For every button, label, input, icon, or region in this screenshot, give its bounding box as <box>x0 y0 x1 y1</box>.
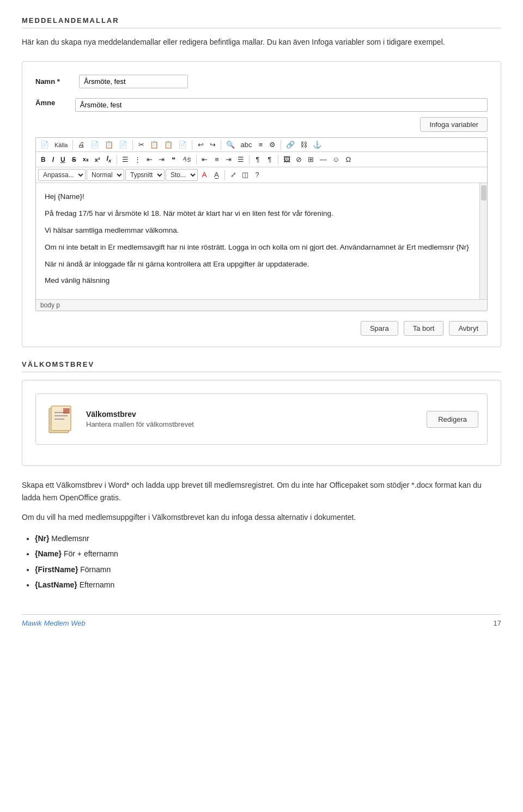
footer-brand: Mawik Medlem Web <box>22 619 86 627</box>
align-left-icon[interactable]: ⇤ <box>199 154 210 165</box>
page-icon[interactable]: 📄 <box>88 140 101 150</box>
align-justify-icon[interactable]: ☰ <box>235 154 246 165</box>
copy-icon[interactable]: 📋 <box>102 140 115 150</box>
name-label: Namn * <box>35 77 79 86</box>
subject-label: Ämne <box>35 99 75 107</box>
infoga-variabler-button[interactable]: Infoga variabler <box>420 117 488 132</box>
editor-toolbar-row3: Anpassa... Normal Typsnitt Sto... A A̲ ⤢… <box>36 167 487 183</box>
unlink-icon[interactable]: ⛓ <box>298 140 309 150</box>
welcome-letter-icon <box>45 403 77 435</box>
cancel-button[interactable]: Avbryt <box>449 321 488 336</box>
font-select[interactable]: Typsnitt <box>125 169 165 181</box>
save-button[interactable]: Spara <box>361 321 398 336</box>
sep2 <box>132 140 133 150</box>
spellcheck-icon[interactable]: abc <box>238 140 254 150</box>
svg-rect-5 <box>63 408 70 414</box>
emoji-icon[interactable]: ☺ <box>330 154 342 165</box>
bold-button[interactable]: B <box>38 155 48 165</box>
editor-line-3: Vi hälsar samtliga medlemmar välkomna. <box>45 225 471 237</box>
sep1 <box>72 140 73 150</box>
editor-status: body p <box>36 299 487 311</box>
redigera-button[interactable]: Redigera <box>427 411 478 428</box>
subject-row: Ämne <box>35 94 488 112</box>
cut-icon[interactable]: ✂ <box>136 140 147 150</box>
var-key-name: {Name} <box>35 549 62 558</box>
image-icon[interactable]: 🖼 <box>281 154 293 165</box>
sep8 <box>249 155 250 165</box>
underline-button[interactable]: U <box>58 155 68 165</box>
search-icon[interactable]: 🔍 <box>224 140 237 150</box>
normal-select[interactable]: Normal <box>87 169 124 181</box>
paste-icon[interactable]: 📄 <box>117 140 130 150</box>
sep4 <box>221 140 221 150</box>
paste3-icon[interactable]: 📄 <box>176 140 189 150</box>
align-right-icon[interactable]: ⇥ <box>223 154 234 165</box>
subscript-button[interactable]: x₂ <box>80 155 91 164</box>
strikethrough-button[interactable]: S <box>69 155 79 165</box>
editor-scrollbar[interactable] <box>479 183 487 300</box>
hr-icon[interactable]: — <box>318 154 329 165</box>
circle-icon[interactable]: ⊘ <box>294 154 305 165</box>
list-item: {Nr} Medlemsnr <box>35 531 501 546</box>
ol-icon[interactable]: ☰ <box>120 154 131 165</box>
table-icon[interactable]: ⊞ <box>306 154 317 165</box>
list-item: {LastName} Efternamn <box>35 578 501 592</box>
copy2-icon[interactable]: 📋 <box>148 140 161 150</box>
list-icon[interactable]: ≡ <box>255 140 266 150</box>
name-input[interactable] <box>79 75 188 88</box>
size-select[interactable]: Sto... <box>166 169 198 181</box>
editor-line-2: På fredag 17/5 har vi årsmöte kl 18. När… <box>45 208 471 220</box>
editor-line-4: Om ni inte betalt in Er medlemsavgift ha… <box>45 241 471 254</box>
editor-body[interactable]: Hej {Name}! På fredag 17/5 har vi årsmöt… <box>36 183 487 300</box>
pilcrow-icon[interactable]: ¶ <box>252 154 263 165</box>
show-blocks-icon[interactable]: ◫ <box>240 169 251 180</box>
omega-icon[interactable]: Ω <box>343 154 354 165</box>
outdent-icon[interactable]: ⇤ <box>144 154 155 165</box>
var-key-lastname: {LastName} <box>35 580 77 589</box>
settings2-icon[interactable]: ⚙ <box>267 140 278 150</box>
footer-page: 17 <box>494 619 501 627</box>
align-center-icon[interactable]: ≡ <box>211 154 222 165</box>
editor-body-wrapper: Hej {Name}! På fredag 17/5 har vi årsmöt… <box>36 183 487 300</box>
italic-button[interactable]: I <box>50 155 57 165</box>
sep3 <box>192 140 192 150</box>
var-key-nr: {Nr} <box>35 534 49 543</box>
source-icon[interactable]: 📄 <box>38 140 51 150</box>
section-meddelandemallar: MEDDELANDEMALLAR Här kan du skapa nya me… <box>22 16 501 347</box>
variable-list: {Nr} Medlemsnr {Name} För + efternamn {F… <box>22 531 501 592</box>
subject-input[interactable] <box>75 98 488 112</box>
sep7 <box>196 155 197 165</box>
redo-icon[interactable]: ↪ <box>207 140 218 150</box>
font-color-icon[interactable]: A <box>199 169 210 180</box>
bg-color-icon[interactable]: A̲ <box>211 169 222 180</box>
editor-toolbar-row2: B I U S x₂ x² Ix ☰ ⋮ ⇤ ⇥ ❝ ⅍ ⇤ ≡ ⇥ ☰ <box>36 152 487 167</box>
clear-format-button[interactable]: Ix <box>104 154 114 165</box>
pilcrow2-icon[interactable]: ¶ <box>264 154 275 165</box>
blockquote-icon[interactable]: ❝ <box>168 154 179 165</box>
section-title-valkomstbrev: VÄLKOMSTBREV <box>22 360 501 372</box>
sep9 <box>278 155 278 165</box>
delete-button[interactable]: Ta bort <box>404 321 444 336</box>
specialchar-icon[interactable]: ⅍ <box>180 154 193 165</box>
style-select[interactable]: Anpassa... <box>38 169 86 181</box>
anchor-icon[interactable]: ⚓ <box>311 140 324 150</box>
link-icon[interactable]: 🔗 <box>284 140 297 150</box>
intro-text: Här kan du skapa nya meddelandemallar el… <box>22 36 501 48</box>
name-row: Namn * <box>35 75 488 88</box>
ul-icon[interactable]: ⋮ <box>132 154 143 165</box>
sep10 <box>224 170 225 180</box>
superscript-button[interactable]: x² <box>92 155 103 164</box>
welcome-inner-card: Välkomstbrev Hantera mallen för välkomst… <box>35 393 488 445</box>
indent-icon[interactable]: ⇥ <box>156 154 167 165</box>
form-card: Namn * Ämne Infoga variabler 📄 Källa 🖨 📄… <box>22 61 501 347</box>
print-icon[interactable]: 🖨 <box>76 140 87 150</box>
footer: Mawik Medlem Web 17 <box>22 614 501 627</box>
paste2-icon[interactable]: 📋 <box>162 140 175 150</box>
help-icon[interactable]: ? <box>252 169 263 180</box>
maximize-icon[interactable]: ⤢ <box>228 169 239 180</box>
scroll-thumb <box>481 185 486 201</box>
section-valkomstbrev: VÄLKOMSTBREV Välkomstbrev Hant <box>22 360 501 592</box>
undo-icon[interactable]: ↩ <box>195 140 206 150</box>
sep6 <box>117 155 117 165</box>
editor-line-6: Med vänlig hälsning <box>45 275 471 287</box>
